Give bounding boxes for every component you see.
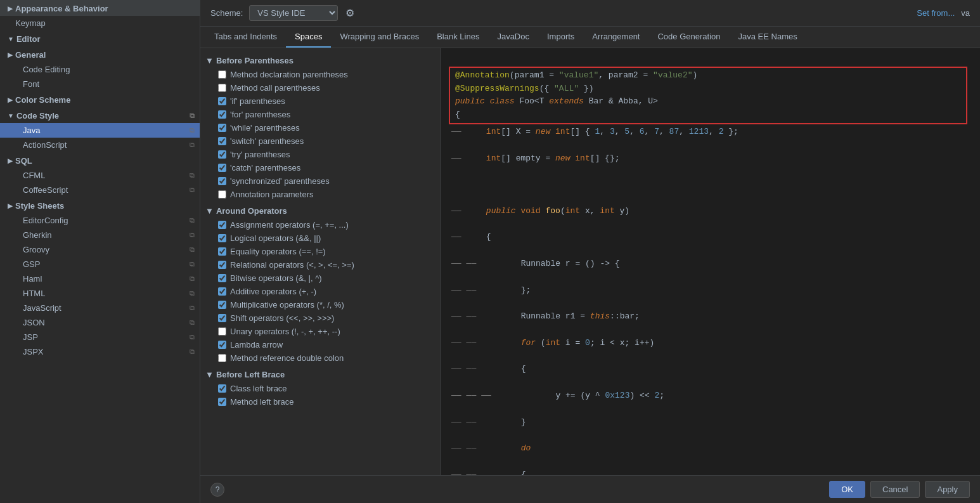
class-brace-checkbox[interactable] [218, 384, 226, 393]
tab-tabs-indents[interactable]: Tabs and Indents [205, 27, 286, 48]
code-line: ———— Runnable r1 = this::bar; [449, 310, 972, 323]
try-paren-checkbox[interactable] [218, 150, 226, 159]
assign-ops-checkbox[interactable] [218, 221, 226, 229]
code-preview: @Annotation(param1 = "value1", param2 = … [441, 48, 980, 475]
sidebar-item-gsp[interactable]: GSP ⧉ [0, 257, 200, 271]
additive-ops-label: Additive operators (+, -) [230, 287, 316, 296]
sidebar-item-code-editing[interactable]: Code Editing [0, 62, 200, 77]
setting-unary-ops: Unary operators (!, -, +, ++, --) [200, 325, 441, 338]
copy-icon: ⧉ [190, 126, 195, 134]
sidebar-item-coffeescript[interactable]: CoffeeScript ⧉ [0, 183, 200, 197]
sidebar-item-label: Keymap [15, 18, 46, 28]
sidebar-item-cfml[interactable]: CFML ⧉ [0, 168, 200, 183]
arrow-icon: ▶ [8, 96, 13, 103]
lambda-arrow-checkbox[interactable] [218, 341, 226, 349]
sidebar-item-groovy[interactable]: Groovy ⧉ [0, 242, 200, 257]
logical-ops-checkbox[interactable] [218, 234, 226, 242]
section-around-operators: ▼ Around Operators Assignment operators … [200, 204, 441, 365]
help-button[interactable]: ? [210, 483, 224, 497]
setting-method-brace: Method left brace [200, 395, 441, 408]
relational-ops-checkbox[interactable] [218, 261, 226, 269]
set-from-link[interactable]: Set from... [917, 8, 955, 18]
sidebar-item-javascript[interactable]: JavaScript ⧉ [0, 301, 200, 315]
before-left-brace-header[interactable]: ▼ Before Left Brace [200, 367, 441, 382]
sidebar-item-gherkin[interactable]: Gherkin ⧉ [0, 228, 200, 242]
code-line: ———— for (int i = 0; i < x; i++) [449, 337, 972, 350]
sidebar-item-editorconfig[interactable]: EditorConfig ⧉ [0, 213, 200, 228]
cancel-button[interactable]: Cancel [870, 481, 920, 498]
gear-button[interactable]: ⚙ [344, 6, 356, 20]
setting-sync-paren: 'synchronized' parentheses [200, 174, 441, 188]
sidebar-item-json[interactable]: JSON ⧉ [0, 315, 200, 330]
relational-ops-label: Relational operators (<, >, <=, >=) [230, 260, 354, 270]
shift-ops-checkbox[interactable] [218, 314, 226, 322]
section-label: Around Operators [216, 206, 287, 216]
switch-paren-label: 'switch' parentheses [230, 136, 304, 146]
method-decl-checkbox[interactable] [218, 70, 226, 79]
code-line: ———— Runnable r = () -> { [449, 258, 972, 271]
tab-blank-lines[interactable]: Blank Lines [428, 27, 488, 48]
setting-if-paren: 'if' parentheses [200, 95, 441, 108]
sidebar-item-color-scheme[interactable]: ▶ Color Scheme [0, 91, 200, 107]
sidebar: ▶ Appearance & Behavior Keymap ▼ Editor … [0, 0, 200, 503]
sidebar-item-sql[interactable]: ▶ SQL [0, 152, 200, 168]
switch-paren-checkbox[interactable] [218, 137, 226, 145]
bottom-bar: ? OK Cancel Apply [200, 475, 980, 503]
catch-paren-checkbox[interactable] [218, 164, 226, 172]
sync-paren-checkbox[interactable] [218, 177, 226, 185]
equality-ops-checkbox[interactable] [218, 247, 226, 256]
method-call-checkbox[interactable] [218, 84, 226, 92]
unary-ops-checkbox[interactable] [218, 327, 226, 336]
sidebar-item-keymap[interactable]: Keymap [0, 16, 200, 30]
setting-try-paren: 'try' parentheses [200, 148, 441, 161]
sidebar-item-style-sheets[interactable]: ▶ Style Sheets [0, 197, 200, 213]
setting-relational-ops: Relational operators (<, >, <=, >=) [200, 258, 441, 271]
ann-params-checkbox[interactable] [218, 190, 226, 199]
section-label: Before Parentheses [216, 56, 293, 65]
sidebar-item-appearance[interactable]: ▶ Appearance & Behavior [0, 0, 200, 16]
method-ref-checkbox[interactable] [218, 354, 226, 362]
additive-ops-checkbox[interactable] [218, 287, 226, 296]
bitwise-ops-checkbox[interactable] [218, 274, 226, 282]
if-paren-checkbox[interactable] [218, 97, 226, 105]
apply-button[interactable]: Apply [925, 481, 970, 498]
sidebar-item-general[interactable]: ▶ General [0, 46, 200, 62]
setting-while-paren: 'while' parentheses [200, 121, 441, 134]
sidebar-item-label: HTML [23, 289, 45, 298]
before-parentheses-header[interactable]: ▼ Before Parentheses [200, 53, 441, 68]
copy-icon: ⧉ [190, 231, 195, 239]
multiplicative-ops-label: Multiplicative operators (*, /, %) [230, 300, 344, 310]
tab-spaces[interactable]: Spaces [286, 27, 331, 48]
sidebar-item-haml[interactable]: Haml ⧉ [0, 271, 200, 286]
multiplicative-ops-checkbox[interactable] [218, 301, 226, 309]
section-arrow-icon: ▼ [205, 370, 214, 379]
highlighted-preview-box: @Annotation(param1 = "value1", param2 = … [449, 67, 967, 124]
code-line: ———— { [449, 363, 972, 376]
tab-arrangement[interactable]: Arrangement [583, 27, 648, 48]
method-brace-checkbox[interactable] [218, 398, 226, 406]
ok-button[interactable]: OK [829, 481, 865, 498]
for-paren-checkbox[interactable] [218, 110, 226, 119]
while-paren-checkbox[interactable] [218, 124, 226, 132]
sidebar-item-jspx[interactable]: JSPX ⧉ [0, 344, 200, 359]
around-operators-header[interactable]: ▼ Around Operators [200, 204, 441, 218]
sidebar-item-editor[interactable]: ▼ Editor [0, 30, 200, 46]
sidebar-item-actionscript[interactable]: ActionScript ⧉ [0, 138, 200, 152]
tab-javadoc[interactable]: JavaDoc [488, 27, 538, 48]
scheme-select[interactable]: VS Style IDE [249, 5, 338, 21]
sidebar-item-jsp[interactable]: JSP ⧉ [0, 330, 200, 344]
tab-java-ee-names[interactable]: Java EE Names [730, 27, 806, 48]
sidebar-item-label: JSON [23, 318, 45, 327]
tab-imports[interactable]: Imports [538, 27, 583, 48]
copy-icon: ⧉ [190, 275, 195, 283]
setting-ann-params: Annotation parameters [200, 188, 441, 201]
sidebar-item-html[interactable]: HTML ⧉ [0, 286, 200, 301]
setting-logical-ops: Logical operators (&&, ||) [200, 232, 441, 245]
shift-ops-label: Shift operators (<<, >>, >>>) [230, 313, 334, 323]
tab-wrapping[interactable]: Wrapping and Braces [331, 27, 428, 48]
code-line: —— int[] X = new int[] { 1, 3, 5, 6, 7, … [449, 126, 972, 139]
sidebar-item-code-style[interactable]: ▼ Code Style ⧉ [0, 107, 200, 123]
sidebar-item-java[interactable]: Java ⧉ [0, 123, 200, 138]
sidebar-item-font[interactable]: Font [0, 77, 200, 91]
tab-code-generation[interactable]: Code Generation [648, 27, 729, 48]
